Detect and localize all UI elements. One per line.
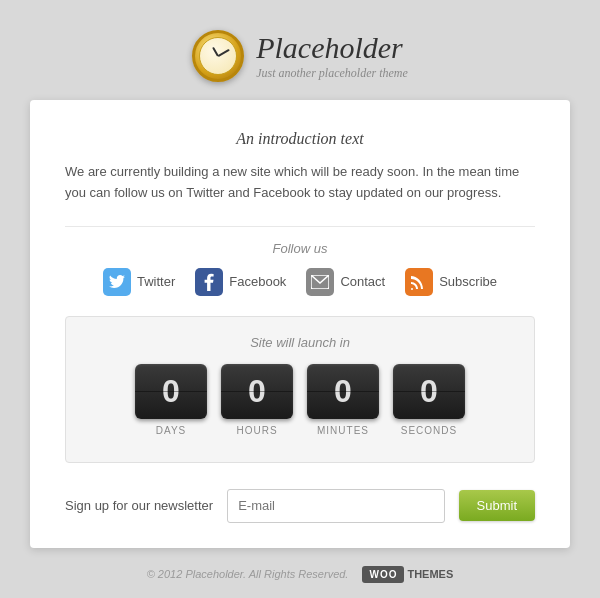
clock-face (199, 37, 237, 75)
site-subtitle: Just another placeholder theme (256, 66, 408, 81)
social-links: Twitter Facebook Contact (65, 268, 535, 296)
subscribe-icon (405, 268, 433, 296)
site-header: Placeholder Just another placeholder the… (192, 30, 408, 82)
hours-value: 0 (221, 364, 293, 419)
intro-title: An introduction text (65, 130, 535, 148)
hours-label: HOURS (236, 425, 277, 436)
email-field[interactable] (227, 489, 444, 523)
footer: © 2012 Placeholder. All Rights Reserved.… (30, 566, 570, 583)
woo-badge: WOO THEMES (362, 566, 453, 583)
contact-icon (306, 268, 334, 296)
facebook-link[interactable]: Facebook (195, 268, 286, 296)
subscribe-label: Subscribe (439, 274, 497, 289)
newsletter-label: Sign up for our newsletter (65, 498, 213, 513)
twitter-label: Twitter (137, 274, 175, 289)
subscribe-link[interactable]: Subscribe (405, 268, 497, 296)
copyright-text: © 2012 Placeholder. All Rights Reserved. (147, 568, 349, 580)
clock-icon (192, 30, 244, 82)
minutes-value: 0 (307, 364, 379, 419)
header-text: Placeholder Just another placeholder the… (256, 31, 408, 81)
twitter-icon (103, 268, 131, 296)
minutes-label: MINUTES (317, 425, 369, 436)
contact-label: Contact (340, 274, 385, 289)
woo-themes-text: THEMES (407, 568, 453, 580)
countdown-section: Site will launch in 0 DAYS 0 HOURS 0 MIN… (65, 316, 535, 463)
days-label: DAYS (156, 425, 187, 436)
divider-1 (65, 226, 535, 227)
newsletter-section: Sign up for our newsletter Submit (65, 485, 535, 523)
woo-logo: WOO (362, 566, 404, 583)
facebook-icon (195, 268, 223, 296)
countdown-title: Site will launch in (86, 335, 514, 350)
facebook-label: Facebook (229, 274, 286, 289)
countdown-boxes: 0 DAYS 0 HOURS 0 MINUTES 0 SECONDS (86, 364, 514, 436)
main-card: An introduction text We are currently bu… (30, 100, 570, 548)
countdown-seconds: 0 SECONDS (393, 364, 465, 436)
contact-link[interactable]: Contact (306, 268, 385, 296)
seconds-label: SECONDS (401, 425, 457, 436)
minute-hand (218, 49, 230, 57)
seconds-value: 0 (393, 364, 465, 419)
twitter-link[interactable]: Twitter (103, 268, 175, 296)
site-title: Placeholder (256, 31, 408, 64)
intro-body: We are currently building a new site whi… (65, 162, 535, 204)
days-value: 0 (135, 364, 207, 419)
submit-button[interactable]: Submit (459, 490, 535, 521)
countdown-minutes: 0 MINUTES (307, 364, 379, 436)
follow-section: Follow us Twitter Facebook (65, 241, 535, 296)
countdown-days: 0 DAYS (135, 364, 207, 436)
follow-label: Follow us (65, 241, 535, 256)
countdown-hours: 0 HOURS (221, 364, 293, 436)
